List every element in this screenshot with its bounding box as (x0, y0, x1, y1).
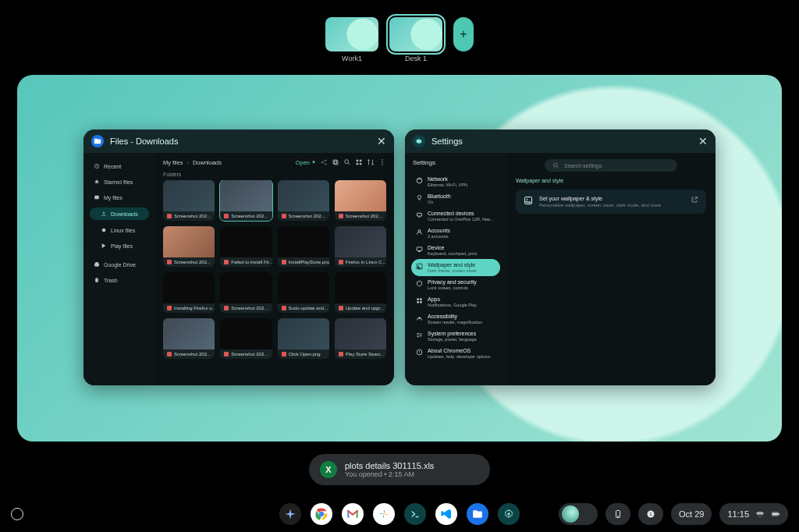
svg-point-29 (417, 336, 419, 338)
file-card[interactable]: Play Store Searc... (335, 318, 386, 359)
file-card[interactable]: Click Open.png (278, 318, 329, 359)
settings-nav-item[interactable]: AccessibilityScreen reader, magnificatio… (411, 310, 500, 328)
settings-nav-item[interactable]: About ChromeOSUpdates, help, developer o… (411, 345, 500, 362)
file-card[interactable]: Screenshot 202... (163, 318, 215, 359)
files-window[interactable]: Files - Downloads ✕ Recent Starred files… (83, 129, 394, 385)
close-icon[interactable]: ✕ (698, 135, 708, 147)
svg-point-13 (382, 159, 383, 161)
svg-rect-9 (357, 160, 359, 162)
svg-point-5 (325, 164, 327, 165)
settings-window[interactable]: Settings ✕ Settings NetworkEthernet, Wi-… (405, 129, 716, 385)
crumb-myfiles[interactable]: My files (163, 159, 183, 166)
add-desk-button[interactable]: + (453, 17, 474, 51)
sidebar-trash[interactable]: Trash (90, 275, 149, 286)
crumb-downloads[interactable]: Downloads (193, 159, 222, 166)
desk-thumb-work1[interactable]: Work1 (325, 17, 378, 62)
settings-section-head: Wallpaper and style (516, 178, 706, 183)
files-shelf-icon[interactable] (467, 503, 488, 525)
more-icon[interactable] (378, 158, 386, 166)
settings-nav-item[interactable]: Accounts2 accounts (411, 225, 500, 242)
time-tray[interactable]: 11:15 (719, 503, 788, 525)
desk-label: Desk 1 (405, 55, 427, 62)
desk-label: Work1 (342, 55, 362, 62)
launcher-button[interactable] (11, 508, 23, 520)
svg-point-14 (382, 161, 383, 163)
file-card[interactable]: Screenshot 202... (163, 180, 215, 221)
sidebar-myfiles[interactable]: My files (90, 192, 149, 203)
settings-nav-item[interactable]: DeviceKeyboard, touchpad, print (411, 242, 500, 259)
file-card[interactable]: Screenshot 202... (220, 318, 272, 359)
chrome-icon[interactable] (311, 503, 332, 525)
file-card[interactable]: Screenshot 202... (335, 180, 386, 221)
settings-nav-item[interactable]: System preferencesStorage, power, langua… (411, 328, 500, 345)
sidebar-downloads[interactable]: Downloads (90, 207, 149, 220)
file-card[interactable]: Screenshot 202... (163, 226, 215, 267)
status-time: 11:15 (727, 509, 749, 519)
file-card[interactable]: Firefox in Linux C... (335, 226, 386, 267)
svg-point-27 (417, 333, 419, 335)
phone-hub-button[interactable] (605, 503, 630, 525)
settings-shelf-icon[interactable] (498, 503, 520, 525)
sidebar-recent[interactable]: Recent (90, 161, 149, 172)
svg-rect-11 (357, 163, 359, 165)
file-card[interactable]: Update and upgr... (335, 272, 386, 313)
sidebar-drive[interactable]: Google Drive (90, 259, 149, 270)
file-card[interactable]: Screenshot 202... (220, 272, 272, 313)
battery-icon (771, 509, 780, 519)
share-icon[interactable] (320, 158, 328, 166)
avatar-pill[interactable] (559, 503, 598, 525)
file-name: Play Store Searc... (335, 349, 386, 359)
copy-icon[interactable] (332, 158, 339, 166)
file-card[interactable]: Failed to install Fir... (220, 226, 272, 267)
vscode-icon[interactable] (435, 503, 457, 525)
file-card[interactable]: Screenshot 202... (278, 180, 329, 221)
svg-point-15 (382, 164, 383, 165)
svg-rect-23 (420, 299, 421, 300)
desk-thumb-desk1[interactable]: Desk 1 (389, 17, 442, 62)
settings-nav-item[interactable]: AppsNotifications, Google Play (411, 293, 500, 310)
gemini-icon[interactable] (279, 503, 301, 525)
search-icon[interactable] (343, 158, 351, 166)
file-card[interactable]: Installing Firefox o... (163, 272, 215, 313)
settings-nav-item[interactable]: BluetoothOn (411, 190, 500, 207)
svg-point-38 (618, 516, 619, 517)
notification-count[interactable]: 1 (638, 503, 663, 525)
sidebar-play[interactable]: Play files (90, 240, 149, 251)
file-name: InstallPlayStore.png (278, 257, 329, 267)
file-card[interactable]: Screenshot 202... (220, 180, 272, 221)
status-date: Oct 29 (679, 509, 704, 519)
settings-title-text: Settings (431, 137, 463, 146)
sidebar-starred[interactable]: Starred files (90, 176, 149, 187)
settings-nav-item[interactable]: NetworkEthernet, Wi-Fi, VPN (411, 173, 500, 190)
terminal-icon[interactable] (404, 503, 426, 525)
svg-rect-17 (418, 217, 420, 218)
settings-nav-item[interactable]: Wallpaper and styleDark theme, screen sa… (411, 259, 500, 276)
settings-nav-item[interactable]: Connected devicesConnected to OnePlus 12… (411, 207, 500, 225)
settings-nav-item[interactable]: Privacy and securityLock screen, control… (411, 276, 500, 293)
settings-nav: Settings NetworkEthernet, Wi-Fi, VPNBlue… (405, 153, 506, 385)
badge-icon: 1 (646, 509, 655, 519)
phone-icon (613, 509, 623, 519)
close-icon[interactable]: ✕ (377, 135, 386, 147)
file-card[interactable]: InstallPlayStore.png (278, 226, 329, 267)
breadcrumb: My files › Downloads Open ▼ (155, 153, 394, 172)
file-name: Screenshot 202... (220, 349, 272, 359)
shelf-apps (279, 503, 520, 525)
file-name: Screenshot 202... (163, 211, 215, 221)
wallpaper-card[interactable]: Set your wallpaper & style Personalize w… (516, 190, 706, 214)
file-name: Firefox in Linux C... (335, 257, 386, 267)
grid-view-icon[interactable] (355, 158, 363, 166)
desk-strip: Work1 Desk 1 + (0, 0, 799, 62)
sort-icon[interactable] (367, 158, 375, 166)
file-card[interactable]: Sudo update and... (278, 272, 329, 313)
gmail-icon[interactable] (342, 503, 364, 525)
status-tray[interactable]: Oct 29 (671, 503, 712, 525)
file-name: Sudo update and... (278, 303, 329, 313)
open-button[interactable]: Open ▼ (296, 159, 316, 166)
photos-icon[interactable] (373, 503, 395, 525)
settings-search[interactable]: Search settings (545, 159, 677, 172)
svg-rect-22 (417, 299, 419, 300)
file-name: Screenshot 202... (335, 211, 386, 221)
sidebar-linux[interactable]: Linux files (90, 225, 149, 236)
notification-toast[interactable]: X plots details 301115.xls You opened • … (309, 454, 490, 485)
